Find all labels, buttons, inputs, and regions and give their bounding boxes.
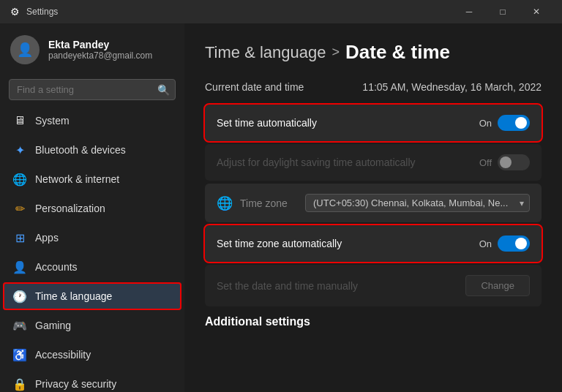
user-profile[interactable]: 👤 Ekta Pandey pandeyekta78@gmail.com — [0, 23, 184, 76]
set-time-auto-label: Set time automatically — [217, 117, 317, 129]
set-timezone-auto-toggle[interactable] — [498, 235, 530, 252]
sidebar-item-gaming[interactable]: 🎮 Gaming — [3, 312, 181, 339]
set-timezone-auto-toggle-group: On — [479, 235, 530, 252]
sidebar-item-label: System — [35, 115, 70, 127]
manual-date-row: Set the date and time manually Change — [205, 265, 542, 306]
timezone-select-wrap: (UTC+05:30) Chennai, Kolkata, Mumbai, Ne… — [305, 194, 530, 212]
sidebar-item-network[interactable]: 🌐 Network & internet — [3, 165, 181, 193]
toggle-thumb — [515, 238, 527, 249]
system-icon: 🖥 — [13, 114, 26, 127]
current-date-label: Current date and time — [205, 81, 304, 93]
main-content: Time & language > Date & time Current da… — [184, 23, 562, 392]
timezone-select[interactable]: (UTC+05:30) Chennai, Kolkata, Mumbai, Ne… — [305, 194, 530, 212]
avatar: 👤 — [10, 35, 40, 64]
sidebar-item-personalization[interactable]: ✏ Personalization — [3, 195, 181, 222]
breadcrumb-parent: Time & language — [205, 43, 326, 62]
privacy-icon: 🔒 — [13, 377, 26, 391]
window-controls: ─ □ ✕ — [452, 0, 553, 23]
timezone-row: 🌐 Time zone (UTC+05:30) Chennai, Kolkata… — [205, 184, 542, 222]
sidebar-item-time[interactable]: 🕐 Time & language — [3, 282, 181, 310]
search-box: 🔍 — [9, 79, 176, 100]
maximize-button[interactable]: □ — [486, 0, 520, 23]
apps-icon: ⊞ — [13, 231, 26, 244]
sidebar-item-label: Accessibility — [35, 349, 91, 361]
network-icon: 🌐 — [13, 173, 26, 186]
set-timezone-auto-row: Set time zone automatically On — [205, 225, 542, 262]
additional-settings-label: Additional settings — [205, 315, 310, 328]
timezone-globe-icon: 🌐 — [217, 195, 233, 211]
sidebar-item-accounts[interactable]: 👤 Accounts — [3, 253, 181, 281]
search-input[interactable] — [9, 79, 176, 100]
timezone-left: 🌐 Time zone — [217, 195, 288, 211]
daylight-saving-row: Adjust for daylight saving time automati… — [205, 144, 542, 181]
manual-date-label: Set the date and time manually — [217, 280, 358, 292]
toggle-thumb — [515, 117, 527, 129]
sidebar-item-label: Gaming — [35, 320, 71, 331]
accessibility-icon: ♿ — [13, 348, 26, 361]
set-time-auto-toggle-group: On — [479, 115, 530, 131]
daylight-saving-label: Adjust for daylight saving time automati… — [217, 157, 416, 168]
search-icon: 🔍 — [157, 84, 170, 96]
close-button[interactable]: ✕ — [520, 0, 553, 23]
set-time-auto-toggle[interactable] — [498, 115, 530, 131]
sidebar-item-label: Personalization — [35, 203, 105, 214]
toggle-thumb — [500, 157, 512, 168]
user-name: Ekta Pandey — [48, 39, 152, 50]
sidebar-item-label: Time & language — [35, 290, 112, 302]
title-bar-title: Settings — [26, 7, 452, 17]
gaming-icon: 🎮 — [13, 319, 26, 332]
set-timezone-auto-toggle-text: On — [479, 238, 492, 249]
sidebar-item-label: Accounts — [35, 261, 78, 273]
sidebar-item-privacy[interactable]: 🔒 Privacy & security — [3, 370, 181, 392]
set-time-auto-row: Set time automatically On — [205, 105, 542, 141]
personalization-icon: ✏ — [13, 202, 26, 215]
user-info: Ekta Pandey pandeyekta78@gmail.com — [48, 39, 152, 61]
sidebar-item-system[interactable]: 🖥 System — [3, 107, 181, 135]
additional-settings-header: Additional settings — [205, 315, 542, 328]
change-button[interactable]: Change — [465, 275, 530, 296]
sidebar-item-bluetooth[interactable]: ✦ Bluetooth & devices — [3, 136, 181, 164]
sidebar-item-apps[interactable]: ⊞ Apps — [3, 224, 181, 252]
breadcrumb-separator: > — [332, 45, 340, 60]
sidebar-item-label: Privacy & security — [35, 378, 116, 390]
sidebar: 👤 Ekta Pandey pandeyekta78@gmail.com 🔍 🖥… — [0, 23, 184, 392]
daylight-saving-toggle-group: Off — [479, 154, 530, 170]
current-date-row: Current date and time 11:05 AM, Wednesda… — [205, 78, 542, 96]
sidebar-item-label: Apps — [35, 232, 59, 244]
set-timezone-auto-label: Set time zone automatically — [217, 238, 342, 249]
breadcrumb-current: Date & time — [345, 41, 450, 64]
timezone-label: Time zone — [240, 197, 288, 209]
app-icon: ⚙ — [9, 6, 20, 18]
daylight-saving-toggle-text: Off — [479, 157, 492, 168]
current-date-value: 11:05 AM, Wednesday, 16 March, 2022 — [362, 81, 542, 93]
sidebar-item-label: Bluetooth & devices — [35, 144, 126, 156]
title-bar: ⚙ Settings ─ □ ✕ — [0, 0, 562, 23]
time-icon: 🕐 — [13, 290, 26, 303]
minimize-button[interactable]: ─ — [452, 0, 486, 23]
accounts-icon: 👤 — [13, 260, 26, 274]
sidebar-item-label: Network & internet — [35, 173, 119, 185]
bluetooth-icon: ✦ — [13, 143, 26, 157]
user-email: pandeyekta78@gmail.com — [48, 50, 152, 61]
daylight-saving-toggle[interactable] — [498, 154, 530, 170]
sidebar-item-accessibility[interactable]: ♿ Accessibility — [3, 341, 181, 369]
breadcrumb: Time & language > Date & time — [205, 41, 542, 64]
set-time-auto-toggle-text: On — [479, 118, 492, 129]
app-body: 👤 Ekta Pandey pandeyekta78@gmail.com 🔍 🖥… — [0, 23, 562, 392]
